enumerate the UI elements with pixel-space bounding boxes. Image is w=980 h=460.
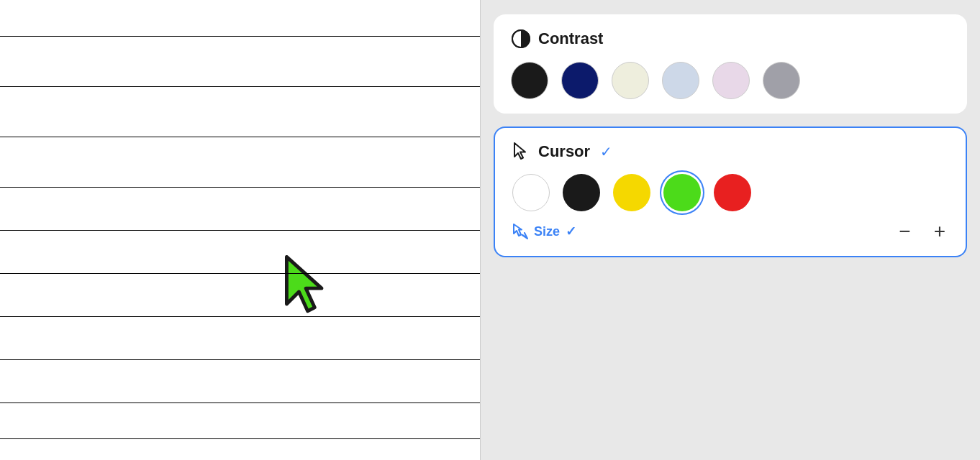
size-check: ✓ bbox=[566, 224, 576, 239]
paper-line bbox=[0, 359, 480, 360]
size-decrease-button[interactable]: − bbox=[896, 221, 913, 242]
paper-line bbox=[0, 86, 480, 87]
svg-marker-4 bbox=[514, 224, 522, 236]
paper-line bbox=[0, 402, 480, 403]
paper-line bbox=[0, 438, 480, 439]
cursor-swatch-red[interactable] bbox=[714, 174, 751, 211]
contrast-swatch-cream[interactable] bbox=[612, 62, 649, 99]
contrast-card-header: Contrast bbox=[511, 29, 950, 49]
paper-line bbox=[0, 230, 480, 231]
size-text: Size bbox=[534, 224, 560, 239]
svg-marker-0 bbox=[286, 257, 322, 310]
lined-paper-panel bbox=[0, 0, 481, 460]
cursor-swatch-yellow[interactable] bbox=[613, 174, 650, 211]
cursor-card-icon bbox=[512, 142, 531, 161]
contrast-swatch-light-pink[interactable] bbox=[712, 62, 750, 99]
contrast-card: Contrast bbox=[494, 14, 967, 114]
contrast-swatch-dark-blue[interactable] bbox=[561, 62, 599, 99]
contrast-swatch-gray[interactable] bbox=[763, 62, 800, 99]
cursor-card: Cursor ✓ Size ✓ − + bbox=[494, 126, 967, 257]
size-label-group: Size ✓ bbox=[512, 224, 576, 239]
cursor-swatch-white[interactable] bbox=[512, 174, 550, 211]
size-icon bbox=[512, 224, 528, 239]
paper-line bbox=[0, 137, 480, 137]
paper-line bbox=[0, 36, 480, 37]
cursor-swatch-green[interactable] bbox=[663, 174, 701, 211]
size-increase-button[interactable]: + bbox=[931, 221, 948, 242]
right-panel: Contrast Cursor ✓ Size ✓ bbox=[481, 0, 980, 460]
paper-line bbox=[0, 187, 480, 188]
contrast-icon bbox=[511, 29, 531, 49]
contrast-swatch-black[interactable] bbox=[511, 62, 548, 99]
contrast-title: Contrast bbox=[538, 29, 603, 48]
svg-marker-3 bbox=[514, 143, 525, 159]
cursor-card-bottom: Size ✓ − + bbox=[512, 221, 948, 242]
size-controls: − + bbox=[896, 221, 948, 242]
contrast-swatch-light-blue[interactable] bbox=[662, 62, 699, 99]
paper-line bbox=[0, 273, 480, 274]
cursor-title: Cursor bbox=[538, 142, 590, 161]
cursor-card-header: Cursor ✓ bbox=[512, 142, 948, 161]
cursor-swatches-row bbox=[512, 174, 948, 211]
contrast-swatches-row bbox=[511, 62, 950, 99]
paper-line bbox=[0, 316, 480, 317]
cursor-swatch-black[interactable] bbox=[563, 174, 600, 211]
cursor-check: ✓ bbox=[600, 143, 612, 160]
